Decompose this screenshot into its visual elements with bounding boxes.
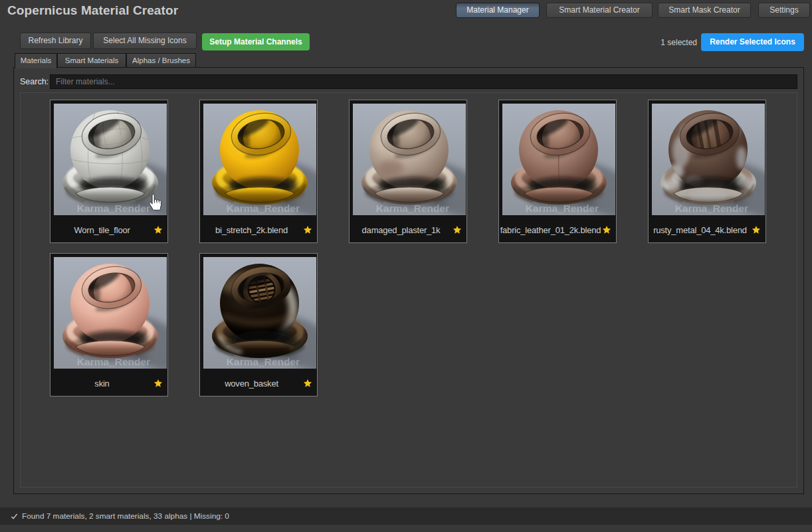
svg-text:Karma_Render: Karma_Render (376, 203, 449, 214)
svg-text:Karma_Render: Karma_Render (77, 203, 150, 214)
svg-text:Karma_Render: Karma_Render (526, 203, 599, 214)
svg-text:Karma_Render: Karma_Render (227, 356, 300, 367)
svg-text:Karma_Render: Karma_Render (675, 203, 748, 214)
svg-text:Karma_Render: Karma_Render (227, 203, 300, 214)
svg-text:Karma_Render: Karma_Render (77, 356, 150, 367)
